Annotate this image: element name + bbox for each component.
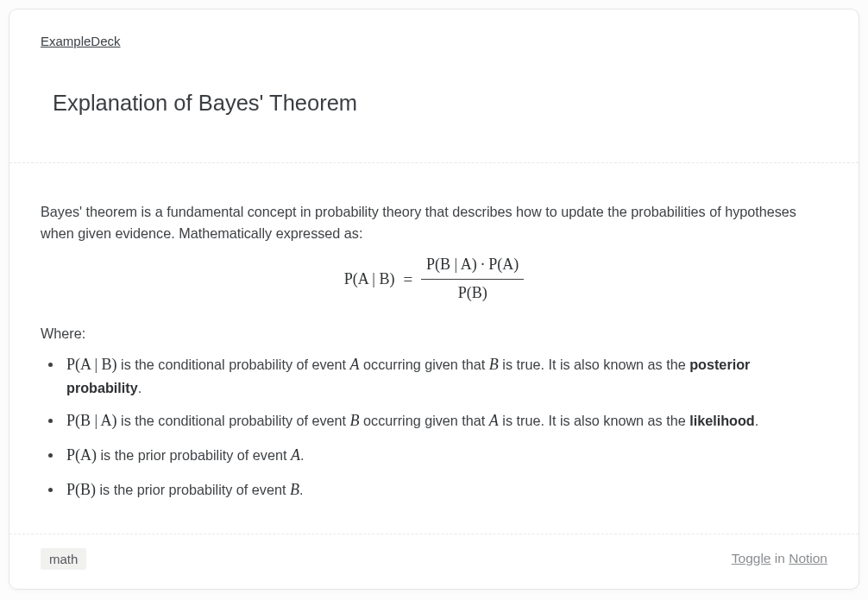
page-title: Explanation of Bayes' Theorem [53,91,827,116]
toggle-link[interactable]: Toggle [732,551,771,565]
bayes-equation: P(A | B) = P(B | A) · P(A) P(B) [41,253,827,306]
header-section: ExampleDeck Explanation of Bayes' Theore… [9,9,859,162]
list-item: P(B | A) is the conditional probability … [63,409,827,433]
list-item: P(B) is the prior probability of event B… [63,478,827,502]
list-item: P(A) is the prior probability of event A… [63,444,827,468]
definitions-list: P(A | B) is the conditional probability … [41,353,827,502]
intro-text: Bayes' theorem is a fundamental concept … [41,201,827,244]
deck-link[interactable]: ExampleDeck [41,34,121,48]
content-section: Bayes' theorem is a fundamental concept … [9,163,859,534]
equation-lhs: P(A | B) [344,268,395,292]
equation-numerator: P(B | A) · P(A) [426,256,519,273]
footer-section: math Toggle in Notion [9,534,859,589]
equation-fraction: P(B | A) · P(A) P(B) [421,253,524,306]
list-item: P(A | B) is the conditional probability … [63,353,827,399]
equation-denominator: P(B) [458,284,487,301]
footer-links: Toggle in Notion [732,551,827,566]
notion-link[interactable]: Notion [789,551,827,565]
note-card: ExampleDeck Explanation of Bayes' Theore… [9,9,859,590]
tag-math[interactable]: math [41,548,86,570]
equation-eq: = [403,267,412,292]
where-label: Where: [41,323,827,344]
